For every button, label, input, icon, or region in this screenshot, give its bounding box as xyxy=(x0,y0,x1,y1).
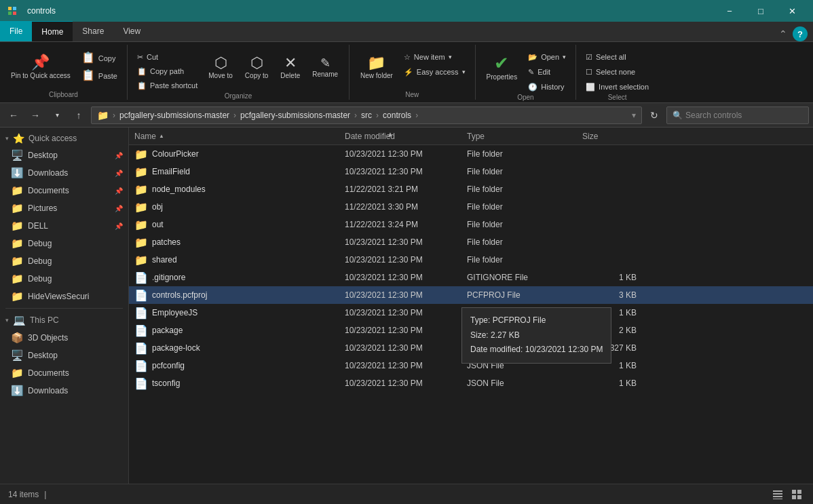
breadcrumb-part-3[interactable]: src xyxy=(361,111,372,120)
table-row[interactable]: 📁 ColourPicker 10/23/2021 12:30 PM File … xyxy=(129,145,813,163)
table-row[interactable]: 📁 node_modules 11/22/2021 3:21 PM File f… xyxy=(129,180,813,198)
move-to-button[interactable]: ⬡ Move to xyxy=(203,47,238,87)
forward-button[interactable]: → xyxy=(26,106,45,125)
file-type: JSON File xyxy=(467,361,582,370)
table-row[interactable]: 📄 pcfconfig 10/23/2021 12:30 PM JSON Fil… xyxy=(129,357,813,374)
sidebar-item-desktop[interactable]: 🖥️ Desktop xyxy=(0,347,128,364)
pin-to-quick-access-button[interactable]: 📌 Pin to Quick access xyxy=(5,47,76,87)
minimize-button[interactable]: − xyxy=(714,0,745,22)
sidebar-item-debug-3[interactable]: 📁 Debug xyxy=(0,270,128,288)
sidebar-item-dell-pinned[interactable]: 📁 DELL 📌 xyxy=(0,217,128,235)
breadcrumb-part-2[interactable]: pcfgallery-submissions-master xyxy=(240,111,350,120)
sidebar-item-3dobjects[interactable]: 📦 3D Objects xyxy=(0,329,128,347)
cut-icon: ✂ xyxy=(137,53,143,62)
column-type[interactable]: Type xyxy=(467,132,582,141)
sidebar-item-documents[interactable]: 📁 Documents xyxy=(0,364,128,382)
sidebar-downloads2-label: Downloads xyxy=(28,386,68,395)
column-date-modified[interactable]: Date modified xyxy=(345,132,467,141)
table-row[interactable]: 📄 EmployeeJS 10/23/2021 12:30 PM JavaScr… xyxy=(129,304,813,322)
tab-file[interactable]: File xyxy=(0,21,32,41)
collapse-ribbon-button[interactable]: ⌃ xyxy=(779,28,787,39)
paste-shortcut-button[interactable]: 📋 Paste shortcut xyxy=(133,79,202,92)
delete-button[interactable]: ✕ Delete xyxy=(275,47,305,87)
sidebar-debug1-label: Debug xyxy=(28,239,52,248)
sidebar-item-documents-pinned[interactable]: 📁 Documents 📌 xyxy=(0,182,128,199)
rename-button[interactable]: ✎ Rename xyxy=(307,47,343,87)
select-none-button[interactable]: ☐ Select none xyxy=(582,65,653,79)
table-row[interactable]: 📁 patches 10/23/2021 12:30 PM File folde… xyxy=(129,233,813,251)
sort-arrow: ▲ xyxy=(387,130,394,138)
tab-view[interactable]: View xyxy=(113,21,150,41)
table-row[interactable]: 📁 out 11/22/2021 3:24 PM File folder xyxy=(129,216,813,233)
help-button[interactable]: ? xyxy=(793,26,808,41)
file-icon: 📄 xyxy=(134,324,148,337)
open-button[interactable]: 📂 Open ▾ xyxy=(524,50,570,64)
new-item-button[interactable]: ☆ New item ▾ xyxy=(400,50,470,64)
address-folder-icon: 📁 xyxy=(97,110,109,121)
copy-to-button[interactable]: ⬡ Copy to xyxy=(240,47,273,87)
paste-button[interactable]: 📋 Paste xyxy=(77,68,121,84)
maximize-button[interactable]: □ xyxy=(745,0,776,22)
sidebar-quick-access-label: Quick access xyxy=(29,134,77,143)
pc-icon: 💻 xyxy=(13,314,26,326)
edit-button[interactable]: ✎ Edit xyxy=(524,65,570,79)
properties-button[interactable]: ✔ Properties xyxy=(481,47,523,87)
column-size[interactable]: Size xyxy=(582,132,637,141)
sidebar-item-hideviews[interactable]: 📁 HideViewsSecuri xyxy=(0,288,128,305)
dropdown-recent-button[interactable]: ▾ xyxy=(48,106,67,125)
sidebar-quick-access-header[interactable]: ▾ ⭐ Quick access xyxy=(0,130,128,147)
table-row[interactable]: 📄 controls.pcfproj 10/23/2021 12:30 PM P… xyxy=(129,286,813,304)
file-name: pcfconfig xyxy=(152,361,185,370)
copy-path-button[interactable]: 📋 Copy path xyxy=(133,64,202,78)
pin-indicator-5: 📌 xyxy=(115,222,123,230)
sidebar-item-pictures-pinned[interactable]: 📁 Pictures 📌 xyxy=(0,199,128,217)
file-list-header: Name ▲ Date modified Type Size xyxy=(129,128,813,145)
invert-selection-button[interactable]: ⬜ Invert selection xyxy=(582,80,653,94)
table-row[interactable]: 📄 package 10/23/2021 12:30 PM JSON File … xyxy=(129,322,813,339)
pin-indicator: 📌 xyxy=(115,152,123,159)
new-folder-button[interactable]: 📁 New folder xyxy=(355,47,398,87)
sidebar-item-downloads[interactable]: ⬇️ Downloads xyxy=(0,382,128,400)
file-icon: 📁 xyxy=(134,201,148,214)
copy-button[interactable]: 📋 Copy xyxy=(77,50,121,66)
history-button[interactable]: 🕐 History xyxy=(524,80,570,94)
pin-indicator-2: 📌 xyxy=(115,170,123,177)
table-row[interactable]: 📄 tsconfig 10/23/2021 12:30 PM JSON File… xyxy=(129,374,813,392)
sidebar-3dobjects-label: 3D Objects xyxy=(28,333,68,343)
details-view-button[interactable] xyxy=(770,486,786,503)
easy-access-button[interactable]: ⚡ Easy access ▾ xyxy=(400,65,470,79)
up-directory-button[interactable]: ↑ xyxy=(69,106,88,125)
back-button[interactable]: ← xyxy=(4,106,23,125)
debug2-icon: 📁 xyxy=(11,255,24,267)
tab-home[interactable]: Home xyxy=(32,21,73,41)
refresh-button[interactable]: ↻ xyxy=(645,106,664,125)
file-type: File folder xyxy=(467,149,582,159)
breadcrumb-part-1[interactable]: pcfgallery-submissions-master xyxy=(119,111,229,120)
breadcrumb-part-4[interactable]: controls xyxy=(383,111,411,120)
cut-button[interactable]: ✂ Cut xyxy=(133,50,202,64)
address-bar[interactable]: 📁 › pcfgallery-submissions-master › pcfg… xyxy=(91,106,642,124)
table-row[interactable]: 📁 shared 10/23/2021 12:30 PM File folder xyxy=(129,251,813,269)
large-icons-view-button[interactable] xyxy=(789,486,805,503)
select-all-button[interactable]: ☑ Select all xyxy=(582,50,653,64)
tab-share[interactable]: Share xyxy=(73,21,113,41)
column-name[interactable]: Name ▲ xyxy=(134,132,345,141)
table-row[interactable]: 📁 EmailField 10/23/2021 12:30 PM File fo… xyxy=(129,163,813,180)
sidebar-item-desktop-pinned[interactable]: 🖥️ Desktop 📌 xyxy=(0,147,128,164)
sidebar-item-debug-2[interactable]: 📁 Debug xyxy=(0,252,128,270)
address-dropdown-button[interactable]: ▾ xyxy=(632,111,636,120)
sidebar-desktop2-label: Desktop xyxy=(28,351,58,360)
file-type: File folder xyxy=(467,185,582,194)
close-button[interactable]: ✕ xyxy=(776,0,808,22)
pin-icon: 📌 xyxy=(31,55,50,70)
sidebar-thispc-header[interactable]: ▾ 💻 This PC xyxy=(0,311,128,329)
table-row[interactable]: 📄 package-lock 10/23/2021 12:30 PM JSON … xyxy=(129,339,813,357)
sidebar-item-debug-1[interactable]: 📁 Debug xyxy=(0,235,128,252)
file-name: package xyxy=(152,326,183,335)
svg-rect-8 xyxy=(792,490,796,494)
sidebar-item-downloads-pinned[interactable]: ⬇️ Downloads 📌 xyxy=(0,164,128,182)
file-rows-container: 📁 ColourPicker 10/23/2021 12:30 PM File … xyxy=(129,145,813,392)
table-row[interactable]: 📄 .gitignore 10/23/2021 12:30 PM GITIGNO… xyxy=(129,269,813,286)
table-row[interactable]: 📁 obj 11/22/2021 3:30 PM File folder xyxy=(129,198,813,216)
search-bar[interactable]: 🔍 Search controls xyxy=(666,106,809,124)
